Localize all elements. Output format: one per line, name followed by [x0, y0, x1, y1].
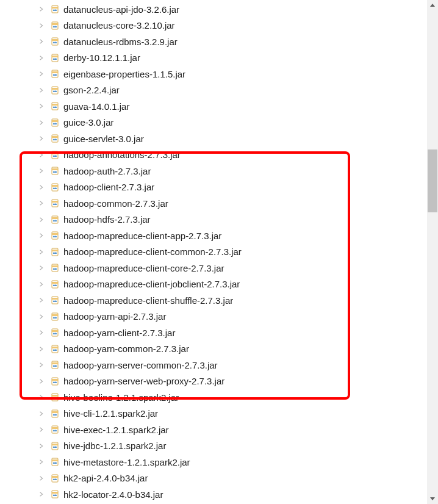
tree-item[interactable]: 010hadoop-mapreduce-client-app-2.7.3.jar: [0, 228, 426, 244]
expand-arrow-icon[interactable]: [38, 475, 45, 482]
tree-item-label: hadoop-auth-2.7.3.jar: [63, 166, 151, 176]
expand-arrow-icon[interactable]: [38, 216, 45, 223]
tree-item[interactable]: 010hadoop-annotations-2.7.3.jar: [0, 147, 426, 164]
tree-item[interactable]: 010hk2-locator-2.4.0-b34.jar: [0, 486, 426, 503]
expand-arrow-icon[interactable]: [38, 22, 45, 29]
tree-item[interactable]: 010hadoop-mapreduce-client-jobclient-2.7…: [0, 276, 426, 293]
expand-arrow-icon[interactable]: [38, 232, 45, 239]
tree-item[interactable]: 010hadoop-hdfs-2.7.3.jar: [0, 212, 426, 228]
svg-text:010: 010: [53, 446, 56, 448]
tree-item[interactable]: 010guava-14.0.1.jar: [0, 98, 426, 115]
expand-arrow-icon[interactable]: [38, 458, 45, 466]
tree-item-label: hadoop-mapreduce-client-common-2.7.3.jar: [63, 247, 242, 257]
expand-arrow-icon[interactable]: [38, 135, 45, 142]
scrollbar-thumb[interactable]: [428, 149, 437, 212]
expand-arrow-icon[interactable]: [38, 313, 45, 320]
tree-item[interactable]: 010hive-exec-1.2.1.spark2.jar: [0, 422, 426, 438]
tree-item[interactable]: 010eigenbase-properties-1.1.5.jar: [0, 66, 426, 82]
svg-rect-9: [52, 39, 58, 41]
tree-item-label: hadoop-annotations-2.7.3.jar: [63, 149, 181, 160]
tree-item[interactable]: 010hadoop-auth-2.7.3.jar: [0, 163, 426, 179]
tree-container[interactable]: 010datanucleus-api-jdo-3.2.6.jar010datan…: [0, 0, 426, 504]
expand-arrow-icon[interactable]: [38, 394, 45, 401]
expand-arrow-icon[interactable]: [38, 103, 45, 110]
svg-text:010: 010: [53, 26, 56, 28]
svg-text:010: 010: [53, 171, 56, 173]
tree-item[interactable]: 010derby-10.12.1.1.jar: [0, 50, 426, 67]
tree-item[interactable]: 010hive-jdbc-1.2.1.spark2.jar: [0, 438, 426, 455]
tree-item[interactable]: 010hadoop-yarn-api-2.7.3.jar: [0, 309, 426, 325]
tree-item[interactable]: 010hk2-api-2.4.0-b34.jar: [0, 470, 426, 487]
svg-text:010: 010: [53, 187, 56, 190]
tree-item[interactable]: 010hadoop-yarn-server-web-proxy-2.7.3.ja…: [0, 373, 426, 390]
expand-arrow-icon[interactable]: [38, 329, 45, 336]
tree-item[interactable]: 010gson-2.2.4.jar: [0, 82, 426, 99]
expand-arrow-icon[interactable]: [38, 200, 45, 207]
expand-arrow-icon[interactable]: [38, 345, 45, 353]
tree-item[interactable]: 010guice-3.0.jar: [0, 115, 426, 131]
tree-item[interactable]: 010guice-servlet-3.0.jar: [0, 131, 426, 147]
jar-file-icon: 010: [50, 295, 60, 305]
jar-file-icon: 010: [50, 457, 60, 467]
scroll-up-arrow[interactable]: [427, 0, 438, 11]
expand-arrow-icon[interactable]: [38, 410, 45, 417]
tree-item[interactable]: 010hadoop-mapreduce-client-core-2.7.3.ja…: [0, 260, 426, 276]
jar-file-icon: 010: [50, 101, 60, 111]
jar-file-icon: 010: [50, 37, 60, 46]
expand-arrow-icon[interactable]: [38, 5, 45, 13]
svg-rect-1: [52, 7, 58, 9]
jar-file-icon: 010: [50, 247, 60, 257]
expand-arrow-icon[interactable]: [38, 151, 45, 159]
jar-file-icon: 010: [50, 215, 60, 225]
scroll-down-arrow[interactable]: [427, 493, 438, 504]
expand-arrow-icon[interactable]: [38, 426, 45, 433]
svg-rect-93: [52, 379, 58, 381]
jar-file-icon: 010: [50, 69, 60, 79]
tree-item[interactable]: 010hadoop-yarn-client-2.7.3.jar: [0, 325, 426, 341]
expand-arrow-icon[interactable]: [38, 361, 45, 369]
expand-arrow-icon[interactable]: [38, 184, 45, 191]
expand-arrow-icon[interactable]: [38, 38, 45, 45]
expand-arrow-icon[interactable]: [38, 119, 45, 126]
expand-arrow-icon[interactable]: [38, 442, 45, 450]
expand-arrow-icon[interactable]: [38, 378, 45, 385]
tree-item-label: derby-10.12.1.1.jar: [63, 52, 140, 63]
tree-item[interactable]: 010hadoop-mapreduce-client-shuffle-2.7.3…: [0, 292, 426, 309]
svg-text:010: 010: [53, 430, 56, 432]
tree-item-label: guice-3.0.jar: [63, 117, 114, 128]
tree-item[interactable]: 010hadoop-mapreduce-client-common-2.7.3.…: [0, 244, 426, 261]
tree-item[interactable]: 010hive-metastore-1.2.1.spark2.jar: [0, 454, 426, 470]
jar-file-icon: 010: [50, 166, 60, 176]
tree-item[interactable]: 010datanucleus-api-jdo-3.2.6.jar: [0, 1, 426, 18]
tree-item-label: hadoop-mapreduce-client-core-2.7.3.jar: [63, 263, 224, 273]
expand-arrow-icon[interactable]: [38, 281, 45, 288]
tree-item[interactable]: 010hive-beeline-1.2.1.spark2.jar: [0, 389, 426, 406]
svg-rect-121: [52, 492, 58, 494]
tree-item[interactable]: 010datanucleus-core-3.2.10.jar: [0, 18, 426, 34]
expand-arrow-icon[interactable]: [38, 54, 45, 62]
tree-item[interactable]: 010hadoop-client-2.7.3.jar: [0, 179, 426, 196]
tree-item-label: hadoop-client-2.7.3.jar: [63, 182, 154, 192]
tree-item-label: hive-jdbc-1.2.1.spark2.jar: [63, 441, 166, 451]
expand-arrow-icon[interactable]: [38, 491, 45, 498]
tree-item[interactable]: 010datanucleus-rdbms-3.2.9.jar: [0, 34, 426, 50]
tree-item[interactable]: 010hadoop-yarn-common-2.7.3.jar: [0, 341, 426, 358]
svg-text:010: 010: [53, 381, 56, 384]
tree-item[interactable]: 010hive-cli-1.2.1.spark2.jar: [0, 406, 426, 422]
svg-rect-117: [52, 476, 58, 478]
tree-item[interactable]: 010hadoop-common-2.7.3.jar: [0, 195, 426, 212]
tree-item[interactable]: 010hadoop-yarn-server-common-2.7.3.jar: [0, 357, 426, 373]
expand-arrow-icon[interactable]: [38, 167, 45, 175]
svg-rect-5: [52, 23, 58, 25]
expand-arrow-icon[interactable]: [38, 70, 45, 77]
jar-file-icon: 010: [50, 344, 60, 354]
jar-file-icon: 010: [50, 85, 60, 95]
tree-item-label: hadoop-hdfs-2.7.3.jar: [63, 214, 151, 225]
expand-arrow-icon[interactable]: [38, 248, 45, 256]
svg-rect-73: [52, 298, 58, 300]
expand-arrow-icon[interactable]: [38, 264, 45, 272]
scrollbar-track[interactable]: [427, 0, 438, 504]
expand-arrow-icon[interactable]: [38, 87, 45, 94]
expand-arrow-icon[interactable]: [38, 297, 45, 304]
svg-rect-17: [52, 71, 58, 73]
